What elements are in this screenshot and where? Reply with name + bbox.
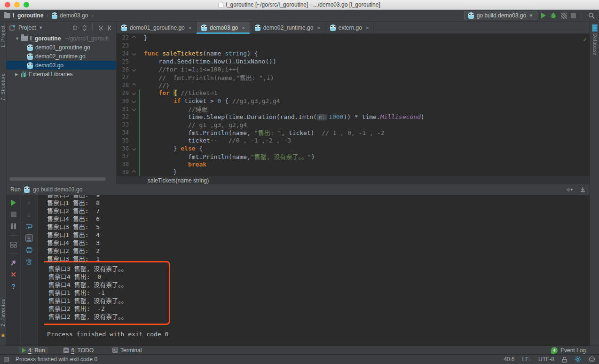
close-tab-button[interactable]: ✕ [10, 271, 17, 278]
line-number: 34 [117, 129, 129, 136]
debug-button[interactable] [550, 12, 557, 19]
breadcrumb-project[interactable]: l_goroutine [13, 12, 43, 19]
inspections-ok-icon[interactable]: ✓ [583, 36, 587, 43]
file-name: demo02_runtime.go [35, 53, 86, 60]
next-occurrence-button[interactable]: ↓ [25, 211, 33, 218]
locate-file-icon[interactable] [71, 24, 78, 31]
toolwindow-toggle-icon[interactable] [4, 357, 9, 362]
settings-gear-icon[interactable] [575, 356, 581, 363]
tool-window-button-todo[interactable]: 6: TODO [60, 347, 97, 354]
code-token: //0 , -1 ,-2 , -3 [229, 137, 291, 144]
run-toolbars: ✕ ? ↑ ↓ [7, 195, 38, 346]
tool-window-button-run[interactable]: 4: Run [19, 347, 48, 354]
run-console-output[interactable]: 售票口3 售出: 9售票口1 售出: 8售票口2 售出: 7售票口4 售出: 6… [44, 195, 590, 346]
editor-tab[interactable]: extern.go× [325, 22, 374, 33]
clear-all-icon[interactable] [25, 258, 33, 265]
settings-gear-icon[interactable] [97, 24, 104, 31]
stop-button[interactable] [571, 13, 576, 18]
go-file-icon [255, 24, 260, 31]
settings-gear-icon[interactable]: ▾ [566, 186, 573, 193]
fold-marker[interactable] [129, 108, 139, 111]
separator [9, 253, 18, 254]
tool-window-button-terminal[interactable]: >_Terminal [109, 347, 145, 354]
soft-wrap-button[interactable] [25, 222, 33, 230]
hide-tool-window-icon[interactable] [579, 186, 586, 193]
breadcrumb-file[interactable]: demo03.go [60, 12, 88, 19]
caret-position-widget[interactable]: 40:6 [504, 356, 514, 363]
fold-marker[interactable] [129, 52, 139, 55]
print-button[interactable] [25, 246, 33, 253]
run-button[interactable] [541, 13, 546, 18]
tab-label: extern.go [339, 24, 362, 31]
code-token: "售出: " [254, 129, 281, 136]
editor-tab-bar: demo01_goroutine.go×demo03.go×demo02_run… [117, 22, 590, 34]
event-log-button[interactable]: 4 Event Log [551, 347, 586, 354]
tree-file-row[interactable]: demo03.go [7, 61, 116, 70]
rerun-button[interactable] [10, 199, 17, 206]
stop-process-button[interactable] [10, 211, 17, 218]
close-tab-icon[interactable]: × [366, 25, 369, 31]
close-tab-icon[interactable]: × [242, 25, 244, 31]
vcs-change-marker [139, 89, 140, 97]
hide-panel-icon[interactable] [107, 24, 113, 31]
fold-marker[interactable] [129, 147, 139, 150]
tool-stripe-structure[interactable]: 7: Structure [0, 73, 6, 102]
collapse-arrow-icon[interactable]: ▶ [15, 72, 19, 77]
pin-tab-button[interactable] [10, 259, 17, 267]
pause-output-button[interactable] [10, 222, 17, 230]
project-panel-title[interactable]: Project [18, 24, 36, 31]
help-button[interactable]: ? [10, 283, 17, 290]
tree-file-row[interactable]: demo02_runtime.go [7, 52, 116, 61]
lock-icon[interactable] [562, 356, 567, 363]
hector-face-icon[interactable] [589, 356, 595, 363]
line-number: 39 [117, 169, 129, 175]
code-line: 39 } [117, 168, 590, 176]
code-token [144, 89, 158, 96]
status-message: Process finished with exit code 0 [16, 356, 97, 363]
tree-file-row[interactable]: demo01_goroutine.go [7, 43, 116, 52]
tree-external-libraries-row[interactable]: ▶ External Libraries [7, 70, 116, 79]
fold-marker[interactable] [129, 68, 139, 71]
code-token: 1000 [329, 113, 343, 120]
editor-tab[interactable]: demo02_runtime.go× [250, 22, 325, 33]
expand-arrow-icon[interactable]: ▼ [15, 36, 19, 41]
editor-tab[interactable]: demo01_goroutine.go× [117, 22, 197, 33]
code-editor[interactable]: 22}2324func saleTickets(name string) {25… [117, 34, 590, 176]
code-token: //for i:=1;i<=100;i++{ [144, 66, 240, 73]
code-text: // g1 ,g3, g2,g4 [144, 121, 247, 128]
code-token: fmt.Println(name, [144, 129, 254, 136]
line-number: 33 [117, 121, 129, 128]
line-ending-widget[interactable]: LF↕ [522, 356, 531, 363]
run-configuration-selector[interactable]: go build demo03.go ▼ [464, 11, 537, 20]
fold-marker[interactable] [129, 171, 139, 174]
tree-root-row[interactable]: ▼ l_goroutine ~/go/src/l_gorouti [7, 34, 116, 43]
fold-marker[interactable] [129, 92, 139, 95]
console-line: 售票口1 售出: -1 [48, 289, 165, 297]
run-with-coverage-button[interactable] [561, 13, 567, 19]
chevron-down-icon[interactable]: ▼ [39, 25, 43, 30]
console-line: 售票口1 售罄, 没有票了。。 [48, 297, 165, 305]
tool-stripe-database[interactable]: Database [592, 33, 599, 57]
search-icon[interactable] [588, 12, 595, 19]
collapse-all-icon[interactable] [81, 24, 87, 31]
encoding-widget[interactable]: UTF-8 [538, 356, 554, 363]
fold-marker[interactable] [129, 84, 139, 87]
fold-marker[interactable] [129, 36, 139, 39]
scroll-to-end-button[interactable] [25, 234, 33, 242]
editor-tab[interactable]: demo03.go× [197, 22, 250, 33]
code-token: "售罄, 没有票了。。" [251, 153, 311, 160]
prev-occurrence-button[interactable]: ↑ [25, 199, 33, 206]
go-file-icon [330, 24, 336, 31]
fold-marker[interactable] [129, 100, 139, 103]
run-tab-title[interactable]: Run [10, 186, 21, 193]
context-function-signature[interactable]: saleTickets(name string) [148, 177, 209, 184]
line-number: 32 [117, 113, 129, 120]
close-tab-icon[interactable]: × [189, 25, 191, 31]
close-tab-icon[interactable]: × [317, 25, 320, 31]
restore-layout-button[interactable] [10, 241, 17, 248]
code-text: // fmt.Println(name,"售出: ",i) [144, 73, 274, 82]
tool-stripe-favorites[interactable]: 2: Favorites [0, 299, 6, 328]
horizontal-scrollbar[interactable] [9, 177, 106, 181]
code-text: break [144, 161, 206, 168]
tool-stripe-project[interactable]: 1: Project [0, 25, 6, 49]
